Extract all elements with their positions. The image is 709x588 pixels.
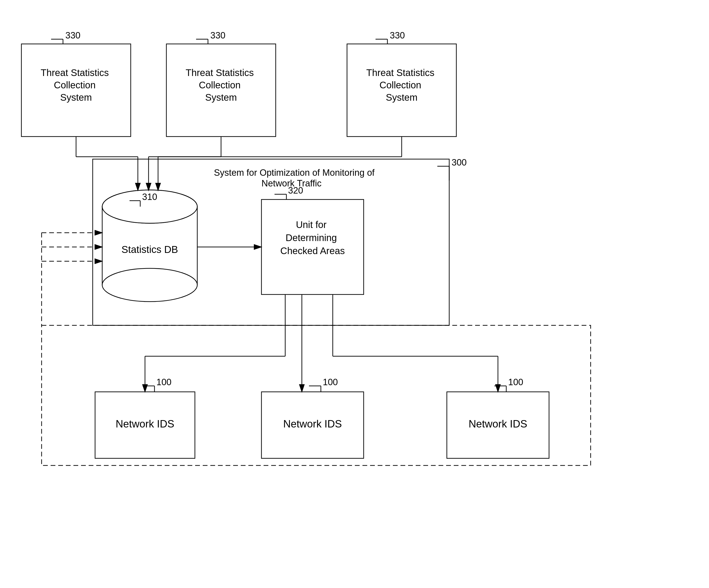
tscs2-box	[166, 44, 276, 137]
ref-100-1: 100	[156, 377, 172, 387]
unit-label: Unit for Determining Checked Areas	[280, 219, 345, 256]
ref-100-2: 100	[323, 377, 338, 387]
ref-100-3: 100	[508, 377, 523, 387]
feedback-dashed-box	[42, 325, 590, 466]
tscs1-label: Threat Statistics Collection System	[41, 67, 111, 103]
tscs3-label: Threat Statistics Collection System	[366, 67, 437, 103]
tscs2-label: Threat Statistics Collection System	[186, 67, 257, 103]
ref-310: 310	[142, 192, 157, 202]
stats-db-label: Statistics DB	[122, 244, 178, 255]
nids2-label: Network IDS	[283, 418, 342, 429]
tscs3-box	[347, 44, 456, 137]
ref-300: 300	[452, 158, 467, 167]
diagram-container: System for Optimization of Monitoring of…	[0, 0, 709, 588]
system-title-label: System for Optimization of Monitoring of	[214, 168, 374, 178]
nids1-label: Network IDS	[116, 418, 175, 429]
ref-320: 320	[288, 186, 303, 195]
ref-330-3: 330	[390, 30, 405, 40]
main-svg: System for Optimization of Monitoring of…	[0, 0, 709, 588]
stats-db-cylinder-bottom	[102, 268, 197, 302]
nids3-label: Network IDS	[469, 418, 527, 429]
ref-330-2: 330	[210, 30, 225, 40]
tscs1-box	[21, 44, 131, 137]
ref-330-1: 330	[65, 30, 80, 40]
